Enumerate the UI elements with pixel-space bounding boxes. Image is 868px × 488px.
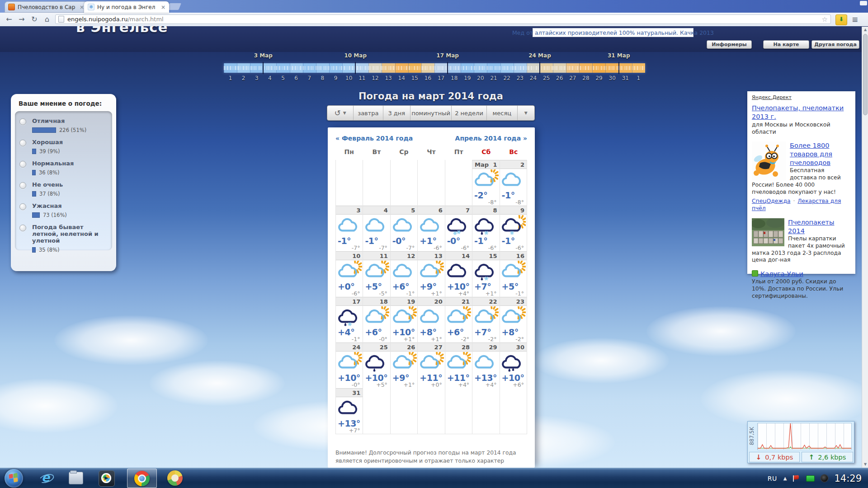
poll-radio[interactable] (19, 118, 26, 125)
prev-month-link[interactable]: « Февраль 2014 года (335, 135, 413, 142)
calendar-day-cell[interactable]: 4-1°-7° (363, 206, 390, 251)
page-title: Погода на март 2014 года (327, 91, 535, 102)
calendar-day-cell[interactable]: 18+6°-0° (363, 297, 390, 343)
calendar-day-cell[interactable]: 3-1°-7° (335, 206, 363, 251)
day-date-strip: 3 (336, 206, 363, 215)
tab-close-icon[interactable]: × (161, 4, 165, 10)
action-center-flag-icon[interactable] (793, 475, 800, 482)
ad-banner[interactable]: Мед от алтайских производителей 100% нат… (533, 28, 693, 37)
tab-beekeeping[interactable]: Пчеловодство в Сар × (5, 1, 88, 13)
scroll-up-arrow[interactable]: ▲ (862, 27, 868, 33)
timeline-day-number: 16 (421, 75, 434, 81)
view-button-4[interactable]: 2 недели (452, 106, 487, 120)
ad-sitelink[interactable]: СпецОдежда (752, 198, 790, 204)
view-button-5[interactable]: месяц (487, 106, 518, 120)
calendar-day-cell[interactable]: 7-0°-6° (445, 206, 472, 251)
calendar-day-cell[interactable]: 25+10°+5° (363, 343, 390, 388)
ad-title-link[interactable]: Калуга-Ульи (760, 270, 803, 277)
calendar-day-cell[interactable]: 12+6°-1° (390, 251, 417, 297)
calendar-day-cell[interactable]: 8-1°-6° (472, 206, 499, 251)
calendar-day-cell[interactable]: 28+11°+4° (445, 343, 472, 388)
calendar-day-cell[interactable]: 30+10°+6° (500, 343, 527, 388)
start-button[interactable] (5, 469, 23, 488)
calendar-day-cell[interactable]: 14+10°+4° (445, 251, 472, 297)
cloud-sun-icon (364, 261, 389, 283)
history-dropdown-button[interactable]: ↺▼ (327, 106, 354, 120)
tab-close-icon[interactable]: × (80, 4, 84, 10)
day-number: 25 (380, 343, 388, 351)
downloader-app-icon[interactable] (167, 470, 183, 486)
calendar-day-cell[interactable]: 13+9°+1° (417, 251, 444, 297)
browser-menu-icon[interactable]: ≡ (850, 15, 860, 24)
scroll-down-arrow[interactable]: ▼ (862, 461, 868, 468)
show-hidden-icons[interactable]: ▲ (783, 476, 787, 481)
day-date-strip: 13 (418, 251, 444, 260)
internet-explorer-icon[interactable]: e (38, 470, 53, 486)
calendar-day-cell[interactable]: 17+4°-1° (335, 297, 363, 343)
poll-radio[interactable] (19, 140, 26, 146)
calendar-day-cell[interactable]: 22+7°-2° (472, 297, 499, 343)
tray-app-icon[interactable] (806, 475, 815, 482)
calendar-day-cell[interactable]: 9-1°-6° (500, 206, 527, 251)
informers-button[interactable]: Информеры (707, 40, 752, 49)
taskbar-clock[interactable]: 14:29 (834, 473, 862, 484)
night-temperature: -8° (515, 199, 524, 206)
calendar-day-cell[interactable]: 15+7°+1° (472, 251, 499, 297)
forward-button[interactable]: → (16, 14, 27, 25)
calendar-day-cell[interactable]: 27+11°+0° (417, 343, 444, 388)
next-month-link[interactable]: Апрель 2014 года » (455, 135, 527, 142)
ads-header-link[interactable]: Яндекс.Директ (752, 94, 851, 100)
poll-radio[interactable] (19, 182, 26, 189)
ad-title-link[interactable]: Пчелопакеты, пчеломатки 2013 г. (752, 104, 851, 121)
calendar-day-cell[interactable]: 29+13°+4° (472, 343, 499, 388)
download-indicator-icon[interactable]: ⬇ (835, 14, 847, 25)
url-bar[interactable]: engels.nuipogoda.ru/march.html ☆ (55, 14, 831, 24)
chrome-taskbar-button-active[interactable] (127, 469, 157, 488)
more-views-dropdown[interactable]: ▼ (518, 106, 534, 120)
calendar-day-cell[interactable]: 5-0°-7° (390, 206, 417, 251)
month-timeline-slider[interactable]: 1234567891011121314151617181920212223242… (224, 52, 645, 84)
calendar-day-cell[interactable]: 21+6°-2° (445, 297, 472, 343)
site-logo[interactable]: в Энгельсе (76, 26, 168, 37)
view-button-1[interactable]: завтра (354, 106, 383, 120)
day-name-Ср: Ср (390, 148, 418, 155)
bookmark-star-icon[interactable]: ☆ (822, 15, 828, 23)
calendar-day-cell[interactable]: 10+0°-6° (335, 251, 363, 297)
history-clock-icon: ↺ (334, 108, 340, 117)
day-weather (418, 397, 444, 434)
view-button-3[interactable]: поминутный (410, 106, 452, 120)
calendar-day-cell[interactable]: 2-1°-8° (500, 160, 527, 206)
calendar-day-cell[interactable]: Мар1-2°-8° (472, 160, 499, 206)
volume-icon[interactable] (821, 475, 828, 482)
calendar-day-cell[interactable]: 23+8°-2° (500, 297, 527, 343)
calendar-day-cell[interactable]: 19+10°+1° (390, 297, 417, 343)
cloud-dark-rain-snow-icon (337, 306, 362, 328)
view-button-2[interactable]: 3 дня (383, 106, 410, 120)
calendar-day-cell[interactable]: 20+8°+1° (417, 297, 444, 343)
language-indicator[interactable]: RU (768, 475, 777, 482)
home-button[interactable]: ⌂ (42, 14, 52, 25)
page-scrollbar[interactable]: ▲ ▼ (862, 27, 868, 468)
back-button[interactable]: ← (4, 14, 14, 25)
poll-radio[interactable] (19, 161, 26, 168)
tab-weather-active[interactable]: ❄ Ну и погода в Энгел × (84, 1, 169, 13)
calendar-day-cell[interactable]: 6+1°-6° (417, 206, 444, 251)
calendar-day-cell[interactable]: 11+5°-5° (363, 251, 390, 297)
media-player-icon[interactable]: ▶ (99, 470, 115, 487)
day-temperature: -1° (474, 236, 487, 246)
cloud-sun-icon (364, 306, 389, 328)
poll-options: Отличная226 (51%)Хорошая39 (9%)Нормальна… (15, 111, 112, 250)
calendar-day-cell[interactable]: 24+10°-0° (335, 343, 363, 388)
reload-button[interactable]: ↻ (29, 14, 40, 25)
other-weather-button[interactable]: Другая погода (811, 40, 859, 49)
on-map-button[interactable]: На карте (763, 40, 809, 49)
poll-radio[interactable] (19, 225, 26, 231)
poll-result-bar (32, 149, 36, 154)
calendar-day-cell[interactable]: 16+5°-1° (500, 251, 527, 297)
calendar-day-cell[interactable]: 26+9°+1° (390, 343, 417, 388)
calendar-day-cell[interactable]: 31+13°+7° (335, 388, 363, 434)
poll-radio[interactable] (19, 203, 26, 210)
file-explorer-icon[interactable] (69, 472, 83, 484)
scrollbar-thumb[interactable] (863, 34, 868, 115)
calendar-week-row: 3-1°-7°4-1°-7°5-0°-7°6+1°-6°7-0°-6°8-1°-… (335, 206, 527, 251)
